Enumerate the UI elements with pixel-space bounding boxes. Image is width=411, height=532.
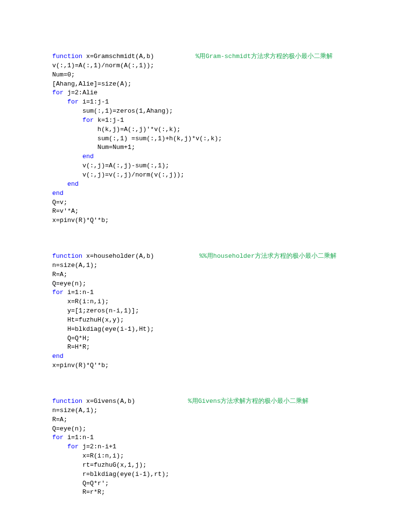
code-text: sum(:,1) =sum(:,1)+h(k,j)*v(:,k); (52, 135, 222, 142)
keyword: for (52, 434, 63, 441)
code-text: Num=Num+1; (52, 144, 135, 151)
keyword: for (52, 289, 63, 296)
code-text: x=Givens(A,b) (82, 398, 188, 405)
keyword: end (52, 190, 63, 197)
code-text: R=v'*A; (52, 207, 79, 215)
code-block: function x=Givens(A,b) %用Givens方法求解方程的极小… (52, 397, 411, 497)
code-text: i=1:n-1 (63, 434, 93, 441)
code-text (52, 153, 82, 160)
code-block: function x=Gramschmidt(A,b) %用Gram-schmi… (52, 52, 411, 225)
code-text: i=1:j-1 (79, 98, 109, 105)
comment: %%用householder方法求方程的极小最小二乘解 (199, 252, 336, 260)
code-text: y=[1;zeros(n-i,1)]; (52, 307, 139, 314)
code-text: R=A; (52, 416, 67, 423)
code-text (52, 443, 67, 450)
code-text: Q=eye(n); (52, 425, 86, 432)
code-text: Ht=fuzhuH(x,y); (52, 316, 124, 324)
code-pre: function x=householder(A,b) %%用household… (52, 252, 411, 370)
code-text: rt=fuzhuG(x,1,j); (52, 461, 147, 469)
code-text: v(:,j)=v(:,j)/norm(v(:,j)); (52, 171, 184, 178)
code-text: x=R(i:n,i); (52, 298, 109, 305)
code-text: sum(:,1)=zeros(1,Ahang); (52, 107, 173, 115)
code-text: R=A; (52, 271, 67, 278)
code-text: x=pinv(R)*Q'*b; (52, 217, 109, 224)
code-text: x=pinv(R)*Q'*b; (52, 362, 109, 369)
code-text: R=H*R; (52, 343, 90, 351)
code-text: v(:,j)=A(:,j)-sum(:,1); (52, 162, 169, 169)
code-text: v(:,1)=A(:,1)/norm(A(:,1)); (52, 62, 154, 69)
code-block: function x=householder(A,b) %%用household… (52, 252, 411, 370)
comment: %用Gram-schmidt方法求方程的极小最小二乘解 (195, 53, 332, 60)
code-text: R=r*R; (52, 488, 105, 496)
code-text: j=2:Alie (63, 89, 97, 96)
code-text (52, 180, 67, 188)
code-text: i=1:n-1 (63, 289, 93, 296)
document-page: function x=Gramschmidt(A,b) %用Gram-schmi… (0, 0, 411, 532)
keyword: for (67, 443, 78, 450)
code-pre: function x=Gramschmidt(A,b) %用Gram-schmi… (52, 52, 411, 225)
keyword: for (82, 117, 93, 124)
code-text: n=size(A,1); (52, 262, 98, 269)
keyword: end (82, 153, 93, 160)
keyword: end (67, 180, 78, 188)
code-text: Num=0; (52, 71, 75, 78)
code-text: j=2:n-i+1 (79, 443, 117, 450)
code-listing: function x=Gramschmidt(A,b) %用Gram-schmi… (52, 52, 411, 497)
code-text: h(k,j)=A(:,j)'*v(:,k); (52, 126, 180, 133)
code-pre: function x=Givens(A,b) %用Givens方法求解方程的极小… (52, 397, 411, 497)
keyword: for (52, 89, 63, 96)
code-text (52, 117, 82, 124)
keyword: function (52, 252, 82, 260)
code-text (52, 98, 67, 105)
code-text: Q=Q*r'; (52, 480, 109, 487)
code-text: x=Gramschmidt(A,b) (82, 53, 195, 60)
code-text: Q=eye(n); (52, 280, 86, 287)
code-text: H=blkdiag(eye(i-1),Ht); (52, 325, 154, 333)
keyword: function (52, 398, 82, 405)
code-text: Q=Q*H; (52, 335, 90, 342)
code-text: k=1:j-1 (94, 117, 124, 124)
code-text: x=R(i:n,i); (52, 452, 124, 459)
code-text: [Ahang,Alie]=size(A); (52, 80, 132, 88)
keyword: end (52, 353, 63, 360)
keyword: function (52, 53, 82, 60)
code-text: r=blkdiag(eye(i-1),rt); (52, 471, 169, 478)
code-text: n=size(A,1); (52, 407, 98, 414)
comment: %用Givens方法求解方程的极小最小二乘解 (188, 398, 309, 405)
code-text: Q=v; (52, 199, 67, 206)
keyword: for (67, 98, 78, 105)
code-text: x=householder(A,b) (82, 252, 199, 260)
